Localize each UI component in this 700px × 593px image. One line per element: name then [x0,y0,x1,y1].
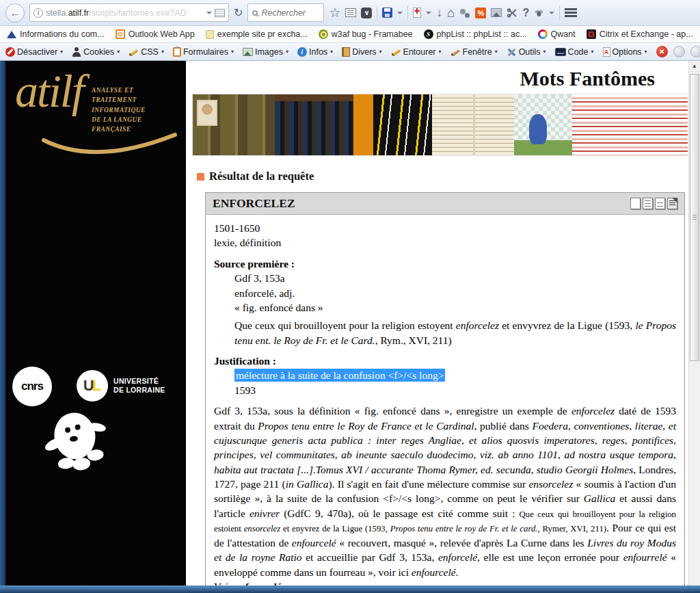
outlook-favicon: O [116,29,125,39]
toolbar-separator [559,6,560,20]
view-compact-page-icon[interactable] [655,198,665,209]
bookmark-item[interactable]: w3af bug - Framabee [319,29,413,39]
banner-image-monk-illumination [514,94,572,155]
justification-label: Justification : [214,354,676,368]
header-image-strip [192,94,687,156]
web-developer-toolbar: Désactiver Cookies CSS Formulaires Image… [0,43,700,61]
print-edit-dropdown-icon[interactable] [426,12,431,14]
bookmark-item[interactable]: OOutlook Web App [116,29,195,39]
devbar-menu-disable[interactable]: Désactiver [5,47,63,57]
save-page-icon[interactable] [382,8,392,18]
window-button[interactable] [673,46,685,57]
cookies-icon [72,47,81,57]
search-box[interactable] [247,3,324,22]
html-validator-icon[interactable]: % [475,8,486,18]
banner-image-manuscript [432,94,514,155]
url-text[interactable]: stella.atilf.fr/scripts/fantomes.exe?AD [46,8,204,18]
bookmarks-bar: Informations du com... OOutlook Web App … [0,26,700,43]
page-title: Mots Fantômes [186,67,688,90]
vertical-scrollbar[interactable]: ▲ [688,61,700,585]
cnrs-logo: cnrs [12,367,52,406]
date-range: 1501-1650 [214,221,676,235]
entry-category: lexie, définition [214,235,676,250]
css-pencil-icon [129,47,139,57]
images-icon [243,48,253,56]
source-line: « fig. enfoncé dans » [234,300,676,315]
framabee-favicon [319,29,328,39]
ul-name: UNIVERSITÉ DE LORRAINE [113,377,165,395]
hamburger-menu-icon[interactable] [565,8,577,17]
source-quote: Que ceux qui brouilloyent pour la religi… [234,318,676,347]
home-icon[interactable]: ⌂ [447,6,455,19]
entry-headword: ENFORCELEZ [213,196,295,211]
sidebar: atilf ANALYSE ET TRAITEMENT INFORMATIQUE… [5,61,186,593]
devbar-menu-outline[interactable]: Entourer [391,47,442,57]
help-icon[interactable]: ? [522,8,529,18]
toolbar-separator [377,6,377,20]
site-info-icon[interactable]: i [33,8,43,18]
qwant-favicon [538,29,548,39]
banner-image-bookshelf [275,94,353,155]
url-bar[interactable]: i stella.atilf.fr/scripts/fantomes.exe?A… [29,3,229,22]
resize-pencil-icon [450,47,461,57]
bookmark-star-icon[interactable]: ☆ [329,6,340,19]
search-icon [252,10,258,16]
devbar-menu-css[interactable]: CSS [129,47,164,57]
reading-list-icon[interactable] [345,8,356,17]
save-dropdown-icon[interactable] [397,12,403,14]
atilf-subtitle: ANALYSE ET TRAITEMENT INFORMATIQUE DE LA… [92,85,179,134]
url-dropdown-icon[interactable] [206,12,212,14]
bookmark-item[interactable]: Citrix et Exchange - ap... [587,29,693,39]
back-button[interactable]: ← [5,3,25,23]
devbar-menu-code[interactable]: Code [555,47,594,57]
source-line: enforcelé, adj. [234,286,676,300]
downloads-icon[interactable]: ↓ [436,7,442,18]
screenshot-icon[interactable] [491,8,502,17]
bookmark-item[interactable]: SphpList :: phpList :: ac... [424,29,527,39]
banner-image-annotated-page [572,94,688,155]
bug-addon-icon[interactable] [534,9,544,17]
analysis-paragraph: Gdf 3, 153a, sous la définition « fig. e… [214,404,676,579]
window-button[interactable] [690,46,700,57]
view-full-page-icon[interactable] [643,198,653,209]
toolbar-separator [407,6,408,20]
devbar-menu-options[interactable]: AOptions [603,47,647,57]
ghost-illustration [31,397,122,480]
close-icon[interactable]: ✕ [656,46,668,57]
bookmark-item[interactable]: Informations du com... [7,29,105,39]
search-input[interactable] [261,8,316,18]
devbar-menu-tools[interactable]: Outils [507,47,546,57]
bookmark-item[interactable]: exemple site pr excha... [206,29,308,39]
selected-text[interactable]: mélecture à la suite de la confusion <f>… [234,369,445,382]
back-icon: ← [10,7,21,18]
bookmark-favicon [7,31,16,38]
tools-icon [507,47,517,57]
print-edit-icon[interactable] [413,8,421,18]
devbar-menu-forms[interactable]: Formulaires [173,47,234,57]
view-mode-buttons [630,198,677,209]
page-favicon [206,30,214,39]
entry-header: ENFORCELEZ [206,193,684,215]
devbar-menu-cookies[interactable]: Cookies [72,47,120,57]
devbar-menu-resize[interactable]: Fenêtre [450,47,498,57]
print-icon[interactable] [667,198,677,209]
scissors-icon[interactable] [507,8,517,18]
scrollbar-thumb[interactable] [690,74,699,361]
devbar-menu-misc[interactable]: Divers [342,47,381,57]
banner-image-tlf-volumes [353,94,432,155]
view-blank-page-icon[interactable] [630,198,641,209]
section-heading-text: Résultat de la requête [209,170,314,183]
reload-button[interactable]: ↻ [234,8,243,18]
bookmark-item[interactable]: Qwant [538,29,576,39]
scroll-up-arrow[interactable]: ▲ [689,61,700,72]
citrix-favicon [587,29,596,39]
devbar-menu-info[interactable]: iInfos [297,47,333,57]
reader-mode-icon[interactable] [215,9,225,17]
devbar-menu-images[interactable]: Images [243,47,288,57]
overflow-dropdown-icon[interactable] [549,12,554,14]
banner-image-dictionaries [193,94,275,155]
pocket-icon[interactable]: ∨ [361,8,372,18]
options-icon: A [603,47,610,57]
phplist-favicon: S [424,29,433,39]
addon-circles-icon[interactable] [459,8,470,18]
